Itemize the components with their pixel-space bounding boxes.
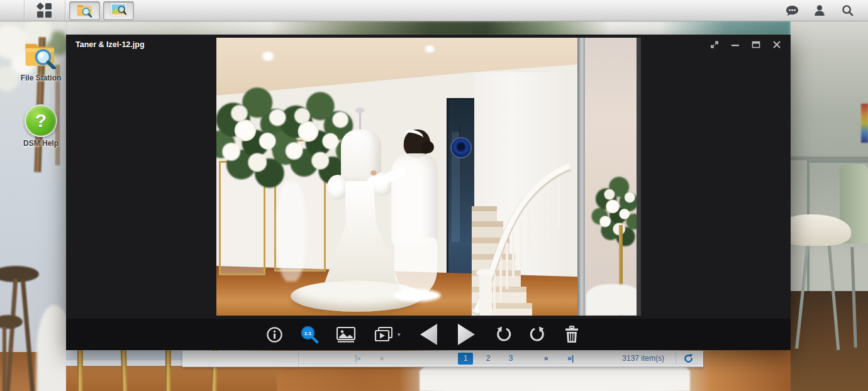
rotate-left-icon[interactable] [494, 326, 512, 343]
wallpaper-gold-pole [121, 350, 128, 391]
photo-art-roses [591, 175, 641, 250]
zoom-actual-size-icon[interactable]: 1:1 [300, 325, 319, 344]
taskbar-divider [65, 0, 65, 21]
search-icon[interactable] [840, 4, 854, 18]
photo-art-robe-skirt [394, 238, 437, 295]
slideshow-dropdown-caret[interactable]: ▾ [398, 331, 401, 338]
page-number-2[interactable]: 2 [481, 353, 496, 365]
photo-art-robe-fur-trim [393, 289, 441, 302]
help-icon: ? [25, 104, 57, 137]
photo-art-light [259, 52, 277, 61]
photo-art-ornament-string [459, 126, 460, 138]
page-number-3[interactable]: 3 [503, 353, 518, 365]
wallpaper-gold-pole [165, 350, 171, 391]
fullscreen-icon[interactable] [709, 40, 720, 50]
desktop-icon-file-station[interactable]: File Station [14, 38, 67, 82]
next-image-icon[interactable] [456, 322, 477, 346]
photo-art-bride-hair-bun [421, 141, 434, 153]
user-account-icon[interactable] [813, 4, 826, 18]
previous-image-icon[interactable] [418, 322, 439, 346]
photo-art-mannequin-knob [355, 107, 364, 113]
rotate-right-icon[interactable] [529, 326, 547, 343]
main-menu-icon [37, 3, 52, 18]
notifications-chat-icon[interactable] [785, 4, 799, 18]
page-last-icon[interactable]: »| [562, 353, 579, 365]
item-count: 3137 item(s) [622, 353, 664, 365]
taskbar-right-icons [785, 0, 854, 21]
main-menu-button[interactable] [24, 0, 64, 21]
viewer-tools-row: 1:1 [266, 319, 580, 350]
photo-art-staircase [472, 132, 571, 316]
close-icon[interactable] [772, 40, 782, 50]
svg-text:1:1: 1:1 [304, 331, 312, 336]
photo-art-sheer-fabric [277, 181, 306, 282]
desktop-icon-label: DSM Help [14, 139, 67, 148]
page-number-1[interactable]: 1 [458, 353, 473, 365]
statusbar-divider [298, 351, 299, 366]
photo-art-light [423, 45, 437, 53]
wallpaper-colorful-object [861, 104, 868, 143]
desktop-icon-label: File Station [14, 74, 67, 82]
photo-art-mirror-frame [637, 38, 641, 316]
photo-art-white-fabric [586, 284, 641, 316]
delete-icon[interactable] [564, 326, 580, 343]
media-viewer-icon [110, 3, 127, 19]
desktop-screen: File Station ? DSM Help |« « 1 2 3 » »| … [0, 0, 868, 391]
slideshow-icon[interactable] [373, 326, 393, 344]
wallpaper-top-strip [66, 21, 791, 36]
photo-viewer-window: Taner & Izel-12.jpg [66, 35, 791, 350]
taskbar-file-station-button[interactable] [69, 1, 100, 20]
photo-art-evil-eye [450, 137, 472, 158]
photo-content [216, 38, 641, 316]
file-station-statusbar: |« « 1 2 3 » »| 3137 item(s) [182, 351, 703, 367]
wallpaper-floor [66, 366, 277, 391]
desktop-icon-dsm-help[interactable]: ? DSM Help [14, 104, 67, 148]
photo-art-mirror-edge [577, 38, 585, 316]
wallpaper-right-region [791, 21, 868, 391]
window-controls [709, 40, 782, 50]
file-station-icon [76, 2, 94, 20]
page-first-icon[interactable]: |« [350, 353, 366, 365]
photo-art-bride-hand [370, 170, 377, 175]
photo-filename: Taner & Izel-12.jpg [75, 40, 145, 49]
wallpaper-dress [36, 305, 66, 391]
wallpaper-stool-leg [3, 326, 6, 391]
statusbar-divider [676, 353, 676, 363]
file-station-icon [23, 60, 58, 71]
maximize-icon[interactable] [751, 40, 761, 50]
viewer-toolbar: 1:1 [66, 318, 791, 350]
refresh-icon[interactable] [683, 353, 694, 364]
photo-art-dress-sleeve [327, 175, 348, 200]
page-next-icon[interactable]: » [538, 353, 554, 365]
page-prev-icon[interactable]: « [375, 353, 389, 365]
minimize-icon[interactable] [730, 40, 740, 50]
photo-art-robe-cuff [367, 176, 378, 185]
image-fit-icon[interactable] [336, 326, 356, 343]
taskbar [0, 0, 868, 21]
wallpaper-gold-pole [77, 350, 83, 391]
info-icon[interactable] [266, 326, 283, 343]
wallpaper-stool [0, 266, 39, 282]
taskbar-media-viewer-button[interactable] [103, 1, 134, 20]
